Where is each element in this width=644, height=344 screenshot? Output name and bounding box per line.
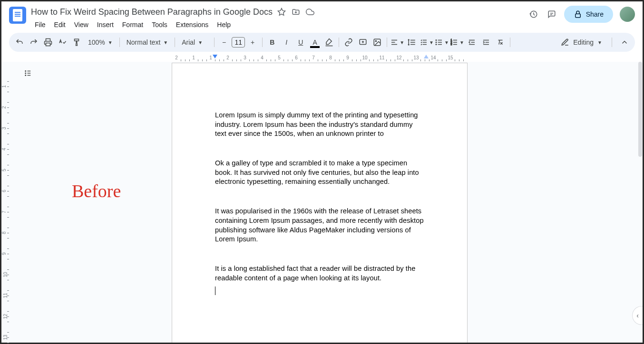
font-dropdown[interactable]: Arial▼ [178, 36, 211, 49]
zoom-dropdown[interactable]: 100%▼ [84, 36, 117, 49]
move-icon[interactable] [292, 8, 300, 16]
svg-point-4 [375, 40, 376, 41]
vertical-scrollbar[interactable] [638, 62, 643, 334]
insert-link-button[interactable] [342, 36, 355, 49]
svg-rect-0 [575, 14, 580, 18]
add-comment-button[interactable] [356, 36, 370, 49]
paragraph[interactable]: Ok a galley of type and scrambled it to … [215, 159, 424, 187]
decrease-indent-button[interactable] [465, 36, 478, 49]
paragraph[interactable]: It is a long established fact that a rea… [215, 264, 424, 283]
menu-edit[interactable]: Edit [50, 19, 69, 30]
redo-button[interactable] [27, 36, 40, 49]
clear-formatting-button[interactable] [494, 36, 507, 49]
before-annotation: Before [72, 181, 121, 201]
menu-view[interactable]: View [70, 19, 92, 30]
font-size-input[interactable] [232, 37, 245, 48]
increase-indent-button[interactable] [479, 36, 493, 49]
line-spacing-button[interactable] [405, 36, 419, 49]
share-button[interactable]: Share [564, 6, 613, 23]
spellcheck-button[interactable] [56, 36, 69, 49]
svg-point-5 [436, 40, 437, 41]
align-button[interactable]: ▼ [390, 36, 404, 49]
undo-button[interactable] [13, 36, 26, 49]
bulleted-list-button[interactable]: ▼ [435, 36, 449, 49]
italic-button[interactable]: I [280, 36, 293, 49]
font-size-increase[interactable]: + [246, 36, 259, 49]
text-color-button[interactable]: A [308, 36, 322, 49]
checklist-button[interactable]: ▼ [420, 36, 434, 49]
text-cursor [215, 287, 215, 295]
history-icon[interactable] [528, 9, 539, 20]
svg-rect-1 [46, 43, 50, 46]
menu-help[interactable]: Help [213, 19, 234, 30]
cloud-status-icon[interactable] [306, 8, 314, 16]
star-icon[interactable] [277, 8, 286, 16]
menu-extensions[interactable]: Extensions [172, 19, 212, 30]
document-title[interactable]: How to Fix Weird Spacing Between Paragra… [31, 7, 273, 17]
collapse-toolbar-button[interactable] [618, 36, 631, 49]
paint-format-button[interactable] [70, 36, 83, 49]
svg-point-6 [436, 42, 437, 43]
insert-image-button[interactable] [371, 36, 384, 49]
styles-dropdown[interactable]: Normal text▼ [123, 36, 172, 49]
highlight-color-button[interactable] [322, 36, 336, 49]
bold-button[interactable]: B [265, 36, 279, 49]
paragraph[interactable]: It was popularised in the 1960s with the… [215, 207, 424, 244]
editing-mode-button[interactable]: Editing ▼ [554, 35, 609, 49]
menu-format[interactable]: Format [118, 19, 147, 30]
vertical-ruler[interactable]: 12345678910111213 [1, 62, 10, 343]
account-avatar[interactable] [620, 7, 635, 22]
menu-file[interactable]: File [31, 19, 49, 30]
menu-insert[interactable]: Insert [93, 19, 117, 30]
menu-tools[interactable]: Tools [148, 19, 171, 30]
comments-icon[interactable] [546, 9, 557, 20]
underline-button[interactable]: U [294, 36, 307, 49]
docs-logo[interactable] [9, 7, 26, 24]
document-page[interactable]: Lorem Ipsum is simply dummy text of the … [172, 63, 468, 343]
svg-text:3: 3 [450, 43, 452, 46]
svg-point-7 [436, 44, 437, 45]
print-button[interactable] [41, 36, 55, 49]
share-label: Share [586, 10, 604, 18]
numbered-list-button[interactable]: 123▼ [450, 36, 464, 49]
toolbar: 100%▼ Normal text▼ Arial▼ − + B I U A ▼ … [9, 33, 635, 52]
paragraph[interactable]: Lorem Ipsum is simply dummy text of the … [215, 111, 424, 139]
font-size-decrease[interactable]: − [217, 36, 231, 49]
